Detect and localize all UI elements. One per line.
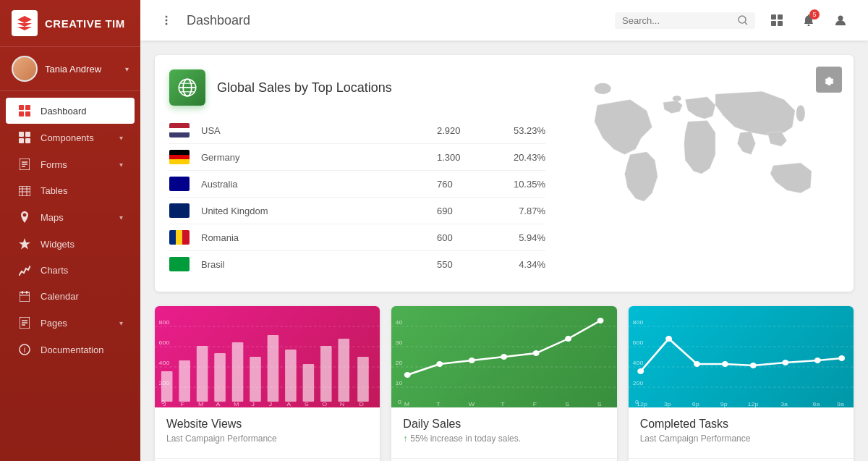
svg-point-90 (533, 350, 540, 356)
sidebar-user[interactable]: Tania Andrew ▾ (0, 47, 140, 91)
sidebar-item-maps[interactable]: Maps ▾ (6, 204, 135, 230)
tables-icon (17, 186, 32, 196)
card-body: Completed Tasks Last Campaign Performanc… (629, 407, 854, 458)
country-pct: 10.35% (495, 179, 545, 190)
country-name: Australia (201, 179, 437, 190)
svg-point-37 (838, 16, 843, 21)
svg-text:10: 10 (396, 379, 403, 386)
svg-point-44 (595, 83, 611, 94)
search-button[interactable] (738, 15, 748, 25)
svg-text:30: 30 (396, 339, 403, 345)
documentation-icon: i (17, 344, 32, 355)
sidebar-item-charts[interactable]: Charts (6, 258, 135, 283)
flag-brasil (169, 257, 190, 271)
svg-text:9a: 9a (837, 400, 844, 407)
svg-text:F: F (533, 400, 537, 407)
content-area: Global Sales by Top Locations USA 2.920 … (140, 41, 868, 461)
calendar-icon (17, 291, 32, 302)
svg-rect-4 (19, 132, 24, 137)
svg-rect-5 (25, 132, 30, 137)
table-row: United Kingdom 690 7.87% (169, 198, 545, 224)
sidebar-item-label: Charts (41, 265, 123, 276)
sidebar-item-label: Maps (41, 212, 119, 223)
country-pct: 5.94% (495, 232, 545, 243)
svg-text:M: M (234, 400, 239, 407)
card-subtitle: Last Campaign Performance (640, 433, 842, 444)
card-title: Completed Tasks (640, 418, 842, 431)
svg-text:J: J (251, 400, 254, 407)
country-name: United Kingdom (201, 206, 437, 216)
website-views-chart: 800 600 400 200 0 J F M A M J J A (155, 306, 380, 407)
chevron-right-icon: ▾ (119, 161, 123, 169)
sidebar-item-label: Pages (41, 318, 119, 329)
svg-rect-7 (25, 138, 30, 143)
chevron-right-icon: ▾ (119, 134, 123, 142)
svg-rect-52 (197, 346, 208, 402)
sidebar-item-label: Calendar (41, 291, 123, 302)
global-sales-title: Global Sales by Top Locations (217, 80, 392, 96)
up-arrow-icon: ↑ (403, 433, 407, 444)
svg-text:M: M (198, 400, 203, 407)
sidebar-item-dashboard[interactable]: Dashboard (6, 98, 135, 124)
table-row: Germany 1.300 20.43% (169, 144, 545, 171)
svg-point-114 (694, 361, 700, 367)
svg-text:6a: 6a (812, 400, 820, 407)
table-row: USA 2.920 53.23% (169, 117, 545, 144)
svg-text:F: F (181, 400, 184, 407)
svg-point-27 (166, 16, 168, 18)
svg-text:800: 800 (159, 318, 170, 325)
svg-rect-17 (20, 292, 30, 302)
notification-button[interactable]: 5 (796, 7, 822, 33)
sidebar-item-documentation[interactable]: i Documentation (6, 337, 135, 363)
profile-button[interactable] (827, 7, 854, 33)
sidebar-item-pages[interactable]: Pages ▾ (6, 310, 135, 336)
svg-point-91 (565, 336, 571, 342)
svg-text:O: O (322, 400, 327, 407)
sidebar-logo: CREATIVE TIM (0, 0, 140, 47)
sidebar-item-components[interactable]: Components ▾ (6, 124, 135, 151)
svg-point-113 (665, 336, 672, 342)
svg-text:40: 40 (396, 318, 403, 325)
user-chevron-icon: ▾ (125, 65, 129, 73)
settings-button[interactable] (816, 67, 842, 93)
country-value: 2.920 (437, 125, 495, 136)
svg-text:400: 400 (632, 359, 643, 365)
flag-usa (169, 123, 190, 138)
svg-point-92 (597, 318, 604, 323)
svg-point-29 (166, 23, 168, 25)
svg-point-87 (437, 361, 443, 367)
world-map (564, 69, 839, 229)
svg-text:3p: 3p (664, 400, 671, 407)
svg-rect-56 (268, 335, 279, 402)
svg-text:S: S (305, 400, 309, 407)
grid-button[interactable] (764, 7, 790, 33)
country-pct: 7.87% (495, 206, 545, 216)
country-value: 760 (437, 179, 495, 190)
card-body: Daily Sales ↑ 55% increase in today sale… (391, 407, 616, 458)
sidebar-item-tables[interactable]: Tables (6, 178, 135, 203)
sidebar-item-widgets[interactable]: Widgets (6, 231, 135, 257)
sidebar-item-label: Components (41, 132, 119, 143)
sidebar-item-calendar[interactable]: Calendar (6, 284, 135, 309)
svg-text:J: J (163, 400, 166, 407)
svg-text:200: 200 (632, 379, 643, 386)
svg-rect-0 (19, 105, 24, 110)
menu-button[interactable] (155, 9, 178, 32)
search-input[interactable] (622, 15, 738, 26)
pages-icon (17, 317, 32, 329)
svg-rect-35 (778, 21, 783, 26)
svg-text:12p: 12p (747, 400, 758, 407)
svg-point-86 (404, 372, 411, 378)
svg-text:S: S (597, 400, 602, 407)
search-container (615, 12, 755, 29)
sidebar-item-forms[interactable]: Forms ▾ (6, 151, 135, 177)
svg-rect-3 (25, 111, 30, 117)
flag-uk (169, 203, 190, 218)
svg-point-43 (673, 96, 681, 101)
svg-text:0: 0 (398, 398, 401, 405)
charts-icon (17, 266, 32, 276)
svg-text:9p: 9p (720, 400, 727, 407)
svg-rect-55 (250, 357, 261, 402)
svg-rect-1 (25, 105, 30, 110)
country-pct: 20.43% (495, 152, 545, 163)
